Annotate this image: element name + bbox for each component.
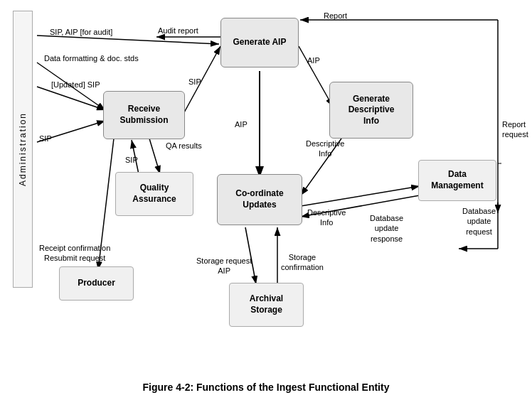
figure-caption-text: Figure 4-2: Functions of the Ingest Func… [143,382,390,393]
svg-line-11 [149,139,160,174]
svg-line-15 [301,186,420,206]
quality-assurance-box: QualityAssurance [115,172,193,216]
label-report-top: Report [324,11,347,21]
generate-aip-label: Generate AIP [233,37,287,48]
label-storage-confirmation: Storageconfirmation [281,252,324,273]
coordinate-updates-label: Co-ordinateUpdates [235,188,283,210]
label-updated-sip: [Updated] SIP [51,80,100,90]
label-descriptive-info-1: DescriptiveInfo [306,139,344,159]
admin-label: Administration [18,112,28,186]
label-sip-aip-audit: SIP, AIP [for audit] [50,27,112,37]
label-db-update-request: Databaseupdaterequest [462,206,496,237]
archival-storage-box: Archival Storage [229,283,304,327]
quality-assurance-label: QualityAssurance [132,183,176,205]
label-aip-from-generate: AIP [307,55,320,65]
label-receipt-confirmation: Receipt confirmationResubmit request [39,243,110,264]
coordinate-updates-box: Co-ordinateUpdates [217,174,302,225]
label-storage-request: Storage requestAIP [196,256,252,276]
label-qa-results: QA results [166,141,202,151]
figure-caption: Figure 4-2: Functions of the Ingest Func… [0,382,532,393]
label-report-request: Reportrequest [502,119,528,140]
data-management-box: DataManagement [418,160,496,201]
receive-submission-label: ReceiveSubmission [119,104,168,126]
label-aip-to-coordinate: AIP [235,119,248,129]
receive-submission-box: ReceiveSubmission [103,91,185,139]
label-sip-qa: SIP [125,155,138,165]
generate-descriptive-box: GenerateDescriptiveInfo [329,82,413,139]
producer-label: Producer [78,278,115,289]
diagram-container: Administration [0,0,532,362]
label-audit-report: Audit report [158,26,198,36]
generate-aip-box: Generate AIP [220,18,299,67]
generate-descriptive-label: GenerateDescriptiveInfo [349,94,395,127]
data-management-label: DataManagement [431,169,483,191]
label-sip-left: SIP [39,134,52,144]
archival-storage-label: Archival Storage [233,293,300,315]
label-data-formatting: Data formatting & doc. stds [44,53,139,63]
admin-bar: Administration [13,11,33,288]
svg-line-4 [37,87,105,110]
label-descriptive-info-2: DescriptiveInfo [307,207,346,228]
producer-box: Producer [59,266,134,301]
label-sip-to-generate: SIP [188,77,201,87]
label-db-update-response: Databaseupdateresponse [370,213,403,244]
